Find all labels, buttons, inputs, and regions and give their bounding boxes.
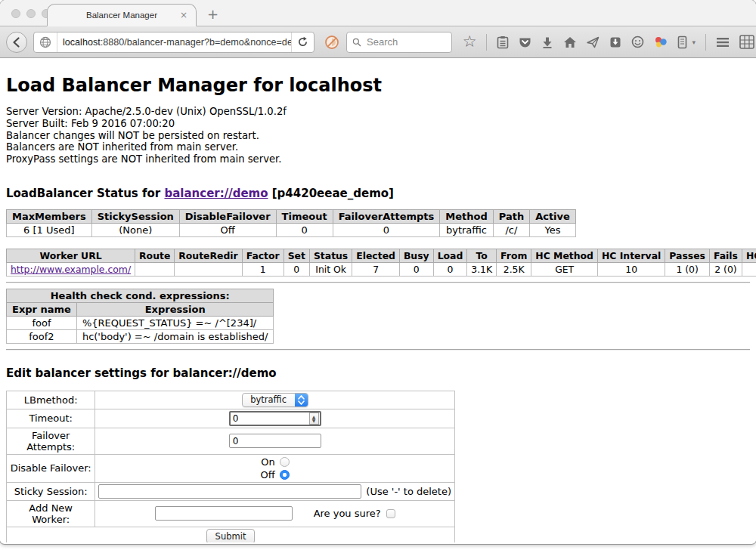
edit-settings-heading: Edit balancer settings for balancer://de… (6, 366, 750, 380)
reload-icon[interactable] (292, 36, 314, 48)
failover-attempts-input[interactable] (229, 434, 321, 448)
table-row: foof2 hc('body') =~ /domain is establish… (7, 329, 274, 343)
lbmethod-label: LBmethod: (7, 391, 95, 409)
health-table-title: Health check cond. expressions: (7, 289, 274, 302)
add-worker-input[interactable] (155, 506, 293, 521)
sticky-session-label: Sticky Session: (7, 482, 95, 500)
timeout-label: Timeout: (7, 409, 95, 428)
proxypass-notice-line: ProxyPass settings are NOT inherited fro… (6, 153, 750, 165)
table-header-row: MaxMembers StickySession DisableFailover… (7, 209, 576, 223)
section-divider (6, 282, 750, 283)
timeout-row: Timeout: ▲▼ (7, 409, 455, 428)
page-title: Load Balancer Manager for localhost (6, 75, 750, 96)
reading-list-icon[interactable] (497, 36, 509, 49)
search-input[interactable] (365, 36, 446, 48)
toolbar-icons: ☆ ▾ (463, 34, 750, 51)
sticky-delete-hint: (Use '-' to delete) (366, 486, 451, 497)
are-you-sure-checkbox[interactable] (386, 509, 395, 518)
disable-failover-label: Disable Failover: (7, 454, 95, 482)
table-header-row: Worker URL Route RouteRedir Factor Set S… (7, 249, 756, 262)
health-check-table: Health check cond. expressions: Expr nam… (6, 289, 274, 344)
tab-bar: Balancer Manager × + (0, 0, 756, 26)
url-input[interactable]: localhost:8880/balancer-manager?b=demo&n… (57, 37, 291, 48)
download-icon[interactable] (541, 36, 553, 48)
search-bar[interactable] (346, 32, 452, 53)
browser-window: Balancer Manager × + localhost:8880/bala… (0, 0, 756, 544)
server-built-line: Server Built: Feb 9 2016 07:00:20 (6, 118, 750, 130)
send-icon[interactable] (587, 36, 600, 48)
submit-button[interactable]: Submit (206, 529, 256, 542)
balancer-settings-form: LBmethod: bytraffic Timeout: (6, 391, 455, 542)
balancer-demo-link[interactable]: balancer://demo (164, 187, 268, 200)
search-icon (352, 37, 361, 48)
add-worker-row: Add New Worker: Are you sure? (7, 500, 455, 527)
on-label: On (261, 456, 274, 468)
failover-attempts-row: Failover Attempts: (7, 428, 455, 454)
window-controls (11, 9, 51, 18)
save-to-device-icon[interactable] (609, 36, 621, 48)
failover-off-radio[interactable] (280, 470, 290, 480)
table-title-row: Health check cond. expressions: (7, 289, 274, 302)
page-actions-icon[interactable] (677, 36, 687, 49)
back-button[interactable] (6, 32, 27, 53)
close-window-button[interactable] (11, 9, 20, 18)
back-arrow-icon (11, 36, 23, 48)
timeout-input[interactable]: ▲▼ (229, 411, 321, 426)
menu-hamburger-icon[interactable] (716, 37, 730, 48)
tab-close-icon[interactable]: × (180, 11, 187, 20)
server-info: Server Version: Apache/2.5.0-dev (Unix) … (6, 106, 750, 165)
pocket-icon[interactable] (519, 36, 531, 48)
page-content: Load Balancer Manager for localhost Serv… (0, 58, 756, 542)
minimize-window-button[interactable] (26, 9, 36, 18)
table-row: 6 [1 Used] (None) Off 0 0 bytraffic /c/ … (7, 223, 576, 236)
are-you-sure-label: Are you sure? (314, 508, 381, 519)
worker-status-table: Worker URL Route RouteRedir Factor Set S… (6, 249, 756, 277)
section-divider2 (6, 349, 750, 351)
chevron-down-icon[interactable]: ▾ (692, 39, 696, 46)
lbmethod-select[interactable]: bytraffic (242, 393, 308, 407)
content-blocked-icon[interactable] (324, 35, 339, 50)
sidebar-grid-icon[interactable] (739, 35, 754, 49)
chat-smiley-icon[interactable] (631, 36, 644, 48)
tab-title: Balancer Manager (86, 11, 157, 20)
worker-url-link[interactable]: http://www.example.com/ (11, 264, 131, 275)
select-stepper-icon (295, 393, 308, 407)
loadbalancer-status-heading: LoadBalancer Status for balancer://demo … (6, 187, 750, 200)
url-bar[interactable]: localhost:8880/balancer-manager?b=demo&n… (33, 32, 314, 53)
bookmark-star-icon[interactable]: ☆ (463, 35, 477, 49)
server-version-line: Server Version: Apache/2.5.0-dev (Unix) … (6, 106, 750, 118)
colored-dots-extension-icon[interactable] (654, 36, 668, 48)
disable-failover-row: Disable Failover: On Off (7, 454, 455, 482)
failover-attempts-label: Failover Attempts: (7, 428, 95, 454)
table-row: http://www.example.com/ 1 0 Init Ok 7 0 … (7, 262, 756, 276)
tab-balancer-manager[interactable]: Balancer Manager × (47, 4, 197, 26)
lbmethod-row: LBmethod: bytraffic (7, 391, 455, 409)
sticky-session-input[interactable] (98, 484, 361, 499)
balancer-status-table: MaxMembers StickySession DisableFailover… (6, 209, 576, 237)
submit-row: Submit (7, 527, 455, 542)
sticky-session-row: Sticky Session: (Use '-' to delete) (7, 482, 455, 500)
add-worker-label: Add New Worker: (7, 500, 95, 527)
new-tab-button[interactable]: + (207, 8, 218, 20)
inherit-notice-line: Balancers are NOT inherited from main se… (6, 141, 750, 153)
table-header-row: Expr name Expression (7, 302, 274, 316)
table-row: foof %{REQUEST_STATUS} =~ /^[234]/ (7, 316, 274, 329)
number-stepper-icon[interactable]: ▲▼ (309, 412, 319, 425)
failover-on-radio[interactable] (280, 457, 290, 467)
home-icon[interactable] (563, 36, 577, 48)
toolbar-divider (486, 34, 487, 51)
toolbar-divider2 (705, 34, 706, 51)
off-label: Off (261, 469, 275, 480)
site-identity-globe-icon[interactable] (34, 36, 57, 48)
navigation-toolbar: localhost:8880/balancer-manager?b=demo&n… (0, 26, 756, 58)
persist-notice-line: Balancer changes will NOT be persisted o… (6, 130, 750, 142)
